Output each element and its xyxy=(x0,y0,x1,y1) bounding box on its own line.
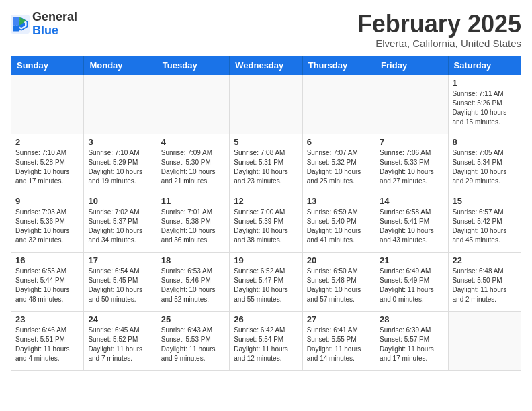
day-info: Sunrise: 6:50 AM Sunset: 5:48 PM Dayligh… xyxy=(307,267,371,304)
day-number: 5 xyxy=(234,137,298,147)
day-number: 15 xyxy=(453,196,517,206)
day-number: 24 xyxy=(88,314,152,324)
day-info: Sunrise: 6:52 AM Sunset: 5:47 PM Dayligh… xyxy=(234,267,298,304)
day-info: Sunrise: 6:55 AM Sunset: 5:44 PM Dayligh… xyxy=(15,267,79,304)
day-number: 26 xyxy=(234,314,298,324)
title-block: February 2025 Elverta, California, Unite… xyxy=(357,11,521,49)
logo-text: General Blue xyxy=(32,11,77,38)
weekday-wednesday: Wednesday xyxy=(230,56,302,75)
day-info: Sunrise: 6:59 AM Sunset: 5:40 PM Dayligh… xyxy=(307,208,371,245)
day-number: 18 xyxy=(161,255,225,265)
calendar-cell: 17Sunrise: 6:54 AM Sunset: 5:45 PM Dayli… xyxy=(84,252,157,311)
day-info: Sunrise: 6:54 AM Sunset: 5:45 PM Dayligh… xyxy=(88,267,152,304)
calendar-cell: 22Sunrise: 6:48 AM Sunset: 5:50 PM Dayli… xyxy=(448,252,521,311)
day-info: Sunrise: 6:57 AM Sunset: 5:42 PM Dayligh… xyxy=(453,208,517,245)
calendar-cell: 7Sunrise: 7:06 AM Sunset: 5:33 PM Daylig… xyxy=(375,134,448,193)
day-number: 3 xyxy=(88,137,152,147)
day-number: 2 xyxy=(15,137,79,147)
calendar-cell: 20Sunrise: 6:50 AM Sunset: 5:48 PM Dayli… xyxy=(302,252,375,311)
day-number: 25 xyxy=(161,314,225,324)
day-number: 14 xyxy=(380,196,443,206)
day-number: 7 xyxy=(380,137,443,147)
svg-rect-3 xyxy=(13,17,20,25)
day-number: 17 xyxy=(88,255,152,265)
logo: General Blue xyxy=(11,11,77,38)
calendar-cell: 26Sunrise: 6:42 AM Sunset: 5:54 PM Dayli… xyxy=(230,311,302,370)
calendar-cell: 10Sunrise: 7:02 AM Sunset: 5:37 PM Dayli… xyxy=(84,193,157,252)
calendar-cell: 3Sunrise: 7:10 AM Sunset: 5:29 PM Daylig… xyxy=(84,134,157,193)
svg-rect-4 xyxy=(13,26,20,32)
week-row-5: 23Sunrise: 6:46 AM Sunset: 5:51 PM Dayli… xyxy=(11,311,521,370)
calendar-cell: 18Sunrise: 6:53 AM Sunset: 5:46 PM Dayli… xyxy=(157,252,229,311)
day-info: Sunrise: 7:09 AM Sunset: 5:30 PM Dayligh… xyxy=(161,148,225,186)
week-row-4: 16Sunrise: 6:55 AM Sunset: 5:44 PM Dayli… xyxy=(11,252,521,311)
day-info: Sunrise: 6:49 AM Sunset: 5:49 PM Dayligh… xyxy=(380,267,443,304)
week-row-2: 2Sunrise: 7:10 AM Sunset: 5:28 PM Daylig… xyxy=(11,134,521,193)
day-number: 9 xyxy=(15,196,79,206)
weekday-friday: Friday xyxy=(375,56,448,75)
calendar-body: 1Sunrise: 7:11 AM Sunset: 5:26 PM Daylig… xyxy=(11,75,521,370)
day-info: Sunrise: 7:01 AM Sunset: 5:38 PM Dayligh… xyxy=(161,208,225,245)
day-number: 27 xyxy=(307,314,371,324)
day-number: 21 xyxy=(380,255,443,265)
calendar-cell: 27Sunrise: 6:41 AM Sunset: 5:55 PM Dayli… xyxy=(302,311,375,370)
day-number: 1 xyxy=(453,78,517,88)
calendar-cell: 21Sunrise: 6:49 AM Sunset: 5:49 PM Dayli… xyxy=(375,252,448,311)
day-info: Sunrise: 7:02 AM Sunset: 5:37 PM Dayligh… xyxy=(88,208,152,245)
calendar-cell: 15Sunrise: 6:57 AM Sunset: 5:42 PM Dayli… xyxy=(448,193,521,252)
week-row-1: 1Sunrise: 7:11 AM Sunset: 5:26 PM Daylig… xyxy=(11,75,521,134)
day-number: 12 xyxy=(234,196,298,206)
weekday-saturday: Saturday xyxy=(448,56,521,75)
day-number: 10 xyxy=(88,196,152,206)
calendar-cell xyxy=(302,75,375,134)
calendar-cell: 23Sunrise: 6:46 AM Sunset: 5:51 PM Dayli… xyxy=(11,311,84,370)
day-info: Sunrise: 6:46 AM Sunset: 5:51 PM Dayligh… xyxy=(15,326,79,363)
calendar-cell xyxy=(230,75,302,134)
calendar-cell: 13Sunrise: 6:59 AM Sunset: 5:40 PM Dayli… xyxy=(302,193,375,252)
day-info: Sunrise: 6:58 AM Sunset: 5:41 PM Dayligh… xyxy=(380,208,443,245)
day-number: 19 xyxy=(234,255,298,265)
day-number: 28 xyxy=(380,314,443,324)
page-header: General Blue February 2025 Elverta, Cali… xyxy=(11,11,521,49)
day-info: Sunrise: 7:08 AM Sunset: 5:31 PM Dayligh… xyxy=(234,148,298,186)
weekday-sunday: Sunday xyxy=(11,56,84,75)
calendar-header: SundayMondayTuesdayWednesdayThursdayFrid… xyxy=(11,56,521,75)
calendar-cell: 11Sunrise: 7:01 AM Sunset: 5:38 PM Dayli… xyxy=(157,193,229,252)
day-info: Sunrise: 7:00 AM Sunset: 5:39 PM Dayligh… xyxy=(234,208,298,245)
day-info: Sunrise: 7:05 AM Sunset: 5:34 PM Dayligh… xyxy=(453,148,517,186)
day-info: Sunrise: 6:42 AM Sunset: 5:54 PM Dayligh… xyxy=(234,326,298,363)
day-info: Sunrise: 7:10 AM Sunset: 5:29 PM Dayligh… xyxy=(88,148,152,186)
day-info: Sunrise: 7:10 AM Sunset: 5:28 PM Dayligh… xyxy=(15,148,79,186)
day-info: Sunrise: 6:48 AM Sunset: 5:50 PM Dayligh… xyxy=(453,267,517,304)
weekday-tuesday: Tuesday xyxy=(157,56,229,75)
calendar-cell: 19Sunrise: 6:52 AM Sunset: 5:47 PM Dayli… xyxy=(230,252,302,311)
day-number: 16 xyxy=(15,255,79,265)
calendar-cell: 4Sunrise: 7:09 AM Sunset: 5:30 PM Daylig… xyxy=(157,134,229,193)
calendar-cell xyxy=(157,75,229,134)
calendar-cell: 12Sunrise: 7:00 AM Sunset: 5:39 PM Dayli… xyxy=(230,193,302,252)
day-number: 20 xyxy=(307,255,371,265)
calendar-cell: 8Sunrise: 7:05 AM Sunset: 5:34 PM Daylig… xyxy=(448,134,521,193)
day-number: 23 xyxy=(15,314,79,324)
weekday-header-row: SundayMondayTuesdayWednesdayThursdayFrid… xyxy=(11,56,521,75)
calendar-cell: 9Sunrise: 7:03 AM Sunset: 5:36 PM Daylig… xyxy=(11,193,84,252)
calendar-cell xyxy=(84,75,157,134)
calendar-cell xyxy=(448,311,521,370)
calendar-cell: 1Sunrise: 7:11 AM Sunset: 5:26 PM Daylig… xyxy=(448,75,521,134)
calendar-cell: 5Sunrise: 7:08 AM Sunset: 5:31 PM Daylig… xyxy=(230,134,302,193)
calendar-cell: 2Sunrise: 7:10 AM Sunset: 5:28 PM Daylig… xyxy=(11,134,84,193)
calendar-cell: 25Sunrise: 6:43 AM Sunset: 5:53 PM Dayli… xyxy=(157,311,229,370)
calendar-cell: 24Sunrise: 6:45 AM Sunset: 5:52 PM Dayli… xyxy=(84,311,157,370)
calendar-cell: 14Sunrise: 6:58 AM Sunset: 5:41 PM Dayli… xyxy=(375,193,448,252)
day-info: Sunrise: 6:53 AM Sunset: 5:46 PM Dayligh… xyxy=(161,267,225,304)
day-info: Sunrise: 7:03 AM Sunset: 5:36 PM Dayligh… xyxy=(15,208,79,245)
day-number: 22 xyxy=(453,255,517,265)
day-info: Sunrise: 6:43 AM Sunset: 5:53 PM Dayligh… xyxy=(161,326,225,363)
day-number: 8 xyxy=(453,137,517,147)
day-number: 11 xyxy=(161,196,225,206)
day-info: Sunrise: 6:45 AM Sunset: 5:52 PM Dayligh… xyxy=(88,326,152,363)
calendar-cell xyxy=(375,75,448,134)
day-number: 13 xyxy=(307,196,371,206)
weekday-monday: Monday xyxy=(84,56,157,75)
week-row-3: 9Sunrise: 7:03 AM Sunset: 5:36 PM Daylig… xyxy=(11,193,521,252)
